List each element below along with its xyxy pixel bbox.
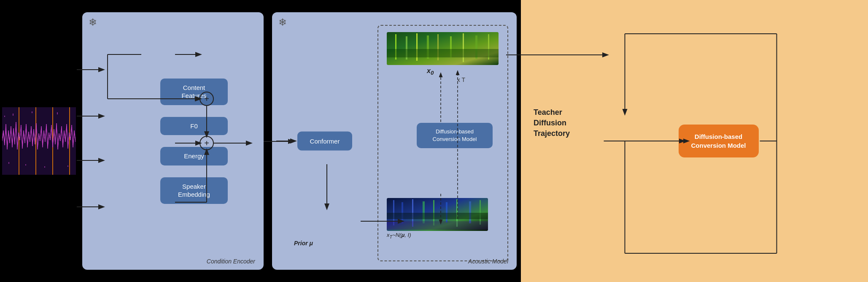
svg-rect-28 [387, 32, 499, 65]
svg-rect-6 [8, 162, 9, 164]
teacher-diffusion-label: Teacher Diffusion Trajectory [534, 107, 597, 139]
f0-box: F0 [160, 117, 228, 136]
spectrogram-bottom [387, 198, 488, 231]
svg-rect-35 [463, 33, 464, 62]
svg-rect-10 [44, 166, 45, 168]
snowflake-icon-1: ❄ [89, 16, 97, 28]
prior-label: Prior μ [294, 240, 313, 247]
svg-rect-9 [32, 111, 32, 113]
svg-rect-44 [423, 201, 425, 223]
svg-rect-46 [446, 202, 447, 222]
waveform-svg [2, 107, 76, 175]
svg-rect-0 [2, 107, 76, 175]
svg-rect-38 [387, 49, 499, 57]
content-features-box: ContentFeatures [160, 79, 228, 105]
condition-encoder-block: ❄ Condition Encoder ContentFeatures F0 E… [82, 12, 264, 270]
main-diagram: ❄ Condition Encoder ContentFeatures F0 E… [0, 0, 868, 282]
svg-rect-8 [25, 164, 26, 165]
svg-rect-51 [387, 221, 488, 230]
svg-rect-48 [469, 201, 471, 223]
feature-boxes: ContentFeatures F0 Energy SpeakerEmbeddi… [160, 79, 228, 204]
teacher-diffusion-section: Teacher Diffusion Trajectory Diffusion-b… [521, 0, 868, 282]
diffusion-model-inner-box: Diffusion-basedConversion Model [417, 123, 493, 148]
svg-rect-11 [57, 112, 58, 114]
x0-label: x0 [427, 67, 434, 76]
svg-rect-12 [67, 165, 68, 167]
svg-rect-50 [387, 213, 488, 219]
conformer-box: Conformer [297, 132, 352, 151]
condition-encoder-label: Condition Encoder [207, 258, 255, 265]
speaker-embedding-box: SpeakerEmbedding [160, 177, 228, 204]
waveform-area [0, 0, 78, 282]
svg-rect-5 [4, 116, 5, 117]
diffusion-model-right-box: Diffusion-basedConversion Model [679, 125, 759, 157]
snowflake-icon-2: ❄ [278, 16, 287, 28]
times-T-label: x T [457, 76, 465, 83]
xt-label: xT~N(μ, I) [387, 232, 411, 239]
spectrogram-top [387, 32, 499, 65]
acoustic-model-block: ❄ Acoustic Model Conformer [272, 12, 517, 270]
svg-rect-7 [13, 114, 13, 116]
svg-rect-49 [480, 200, 481, 225]
dashed-trajectory-box: x0 x T Diffusion-basedConversion Model [377, 25, 508, 261]
energy-box: Energy [160, 147, 228, 165]
